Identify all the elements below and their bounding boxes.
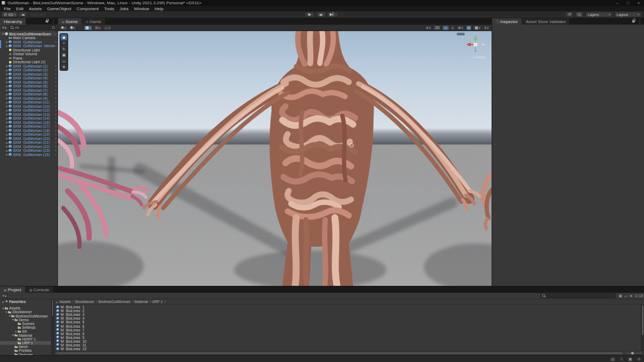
hierarchy-item[interactable]: SKM_GutWoman_Memb (0, 44, 57, 48)
hierarchy-item[interactable]: SKM_GutWoman (19) (0, 132, 57, 137)
expand-arrow[interactable] (5, 77, 9, 80)
material-item[interactable]: M_BioLines_8 (54, 332, 641, 336)
prefab-nav-icon[interactable] (55, 108, 57, 112)
hierarchy-item[interactable]: SKM_GutWoman (9) (0, 97, 57, 101)
menu-item[interactable]: File (1, 6, 13, 11)
expand-arrow[interactable] (5, 93, 9, 96)
hierarchy-item[interactable]: SKM_GutWoman (0, 40, 57, 45)
material-item[interactable]: M_BioLines_11 (54, 343, 641, 347)
prefab-nav-icon[interactable] (55, 88, 57, 92)
prefab-nav-icon[interactable] (55, 80, 57, 84)
menu-item[interactable]: Component (74, 6, 101, 11)
toolbar-extra-button[interactable] (30, 12, 47, 17)
folder-item[interactable]: HDRP 1 (0, 337, 51, 341)
snap-settings-dropdown[interactable]: ⊞▾ (93, 25, 101, 31)
hierarchy-item[interactable]: SKM_GutWoman (3) (0, 72, 57, 77)
hierarchy-item[interactable]: SKM_GutWoman (16) (0, 121, 57, 125)
material-item[interactable]: M_BioLines_10 (54, 339, 641, 343)
expand-arrow[interactable] (5, 109, 9, 112)
hierarchy-item[interactable]: SKM_GutWoman (6) (0, 84, 57, 88)
hierarchy-item[interactable]: SKM_GutWoman (23) (0, 149, 57, 153)
prefab-nav-icon[interactable] (55, 100, 57, 104)
material-item[interactable]: M_BioLines_7 (54, 328, 641, 332)
audio-toggle[interactable]: ♪ (450, 25, 456, 31)
hierarchy-item[interactable]: SKM_GutWoman (1) (0, 64, 57, 69)
prefab-nav-icon[interactable] (55, 132, 57, 136)
prefab-nav-icon[interactable] (55, 92, 57, 96)
expand-arrow[interactable] (5, 133, 9, 136)
expand-arrow[interactable] (5, 40, 9, 43)
material-item[interactable]: M_BioLines_3 (54, 313, 641, 316)
search-filter-icon[interactable] (52, 26, 55, 29)
folder-item[interactable]: Assets (0, 306, 51, 310)
layout-dropdown[interactable]: Layout ▾ (614, 12, 641, 17)
layers-dropdown[interactable]: Layers ▾ (586, 12, 612, 17)
favorites-row[interactable]: ★ Favorites (0, 300, 51, 304)
step-button[interactable]: ▶▏ (328, 12, 338, 17)
hierarchy-item[interactable]: SKM_GutWoman (15) (0, 153, 57, 157)
folder-item[interactable]: Textures (0, 352, 51, 355)
expand-arrow[interactable] (11, 318, 14, 321)
expand-arrow[interactable] (14, 330, 18, 333)
expand-arrow[interactable] (5, 149, 9, 152)
orientation-gizmo[interactable] (465, 34, 486, 55)
warning-icon[interactable]: ⚠ (620, 357, 624, 361)
folder-item[interactable]: Scenes (0, 322, 51, 326)
prefab-nav-icon[interactable] (55, 40, 57, 44)
prefab-nav-icon[interactable] (55, 153, 57, 157)
hierarchy-item[interactable]: SKM_GutWoman (5) (0, 80, 57, 85)
material-item[interactable]: M_BioLines_9 (54, 336, 641, 339)
tab-game[interactable]: ⊙ Game (82, 18, 106, 25)
folder-item[interactable]: Stocklancer (0, 310, 51, 314)
kebab-menu-icon[interactable]: ⋮ (51, 19, 55, 24)
console-status-icon[interactable]: ▣ (628, 357, 633, 361)
expand-arrow[interactable] (5, 125, 9, 128)
grid-visibility-dropdown[interactable]: ▦▾ (84, 25, 92, 31)
material-item[interactable]: M_BioLines_1 (54, 305, 641, 309)
expand-arrow[interactable] (11, 334, 14, 337)
undo-history-button[interactable]: ↺ (566, 12, 573, 17)
prefab-nav-icon[interactable] (55, 72, 57, 76)
material-item[interactable]: M_BioLines_6 (54, 324, 641, 328)
expand-arrow[interactable] (5, 69, 9, 72)
project-search-input[interactable] (540, 293, 616, 298)
folder-item[interactable]: BiolinesGutWoman (0, 314, 51, 318)
tab-project[interactable]: ▤ Project (0, 286, 26, 293)
folder-item[interactable]: Demo (0, 318, 51, 322)
expand-arrow[interactable] (5, 45, 9, 48)
scene-root-row[interactable]: BioLinesGutWomanScen ⋮ (0, 32, 57, 36)
material-item[interactable]: M_BioLines_2 (54, 309, 641, 313)
tab-inspector[interactable]: ⓘ Inspector (492, 18, 522, 25)
expand-arrow[interactable] (2, 32, 5, 35)
expand-arrow[interactable] (5, 117, 9, 120)
prefab-nav-icon[interactable] (55, 113, 57, 116)
menu-item[interactable]: Assets (26, 6, 45, 11)
prefab-nav-icon[interactable] (55, 97, 57, 100)
expand-arrow[interactable] (5, 64, 9, 68)
maximize-button[interactable]: □ (623, 1, 633, 5)
expand-arrow[interactable] (5, 101, 9, 104)
expand-arrow[interactable] (5, 105, 9, 108)
move-tool-button[interactable]: + (61, 40, 67, 46)
prefab-nav-icon[interactable] (55, 84, 57, 88)
lighting-toggle[interactable]: ☼ (442, 25, 449, 31)
effects-dropdown[interactable]: ∗▾ (456, 25, 464, 31)
folder-item[interactable]: Material (0, 334, 51, 337)
collapse-icon[interactable]: ▴ (56, 300, 57, 304)
create-button[interactable]: + ▾ (1, 25, 8, 30)
menu-item[interactable]: Jobs (117, 6, 131, 11)
hierarchy-item[interactable]: SKM_GutWoman (17) (0, 124, 57, 129)
tab-scene[interactable]: ⊞ Scene (58, 18, 82, 25)
tab-hierarchy[interactable]: Hierarchy (0, 18, 26, 25)
horizontal-scrollbar[interactable] (56, 352, 623, 354)
camera-settings-dropdown[interactable]: ▦▾ (473, 25, 481, 31)
menu-item[interactable]: Window (131, 6, 152, 11)
prefab-nav-icon[interactable] (55, 121, 57, 124)
folder-item[interactable]: Mesh (0, 345, 51, 349)
folder-tree-scrollbar[interactable] (51, 299, 54, 355)
expand-arrow[interactable] (5, 153, 9, 156)
expand-arrow[interactable] (5, 85, 9, 88)
folder-item[interactable]: Settings (0, 326, 51, 329)
create-button[interactable]: + ▾ (1, 293, 8, 298)
expand-arrow[interactable] (5, 97, 9, 100)
